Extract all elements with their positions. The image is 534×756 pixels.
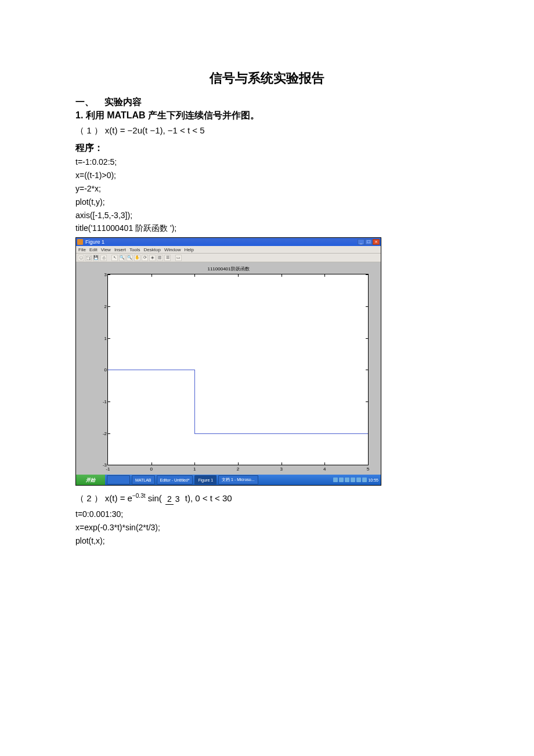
print-icon[interactable]: ⎙ [100, 255, 107, 261]
ytick-mark [366, 306, 368, 307]
taskbar-item-word[interactable]: 文档 1 - Microso... [218, 475, 258, 484]
menu-help[interactable]: Help [184, 247, 193, 252]
rotate-icon[interactable]: ⟳ [142, 255, 148, 261]
tray-icon[interactable] [362, 478, 367, 482]
figure-menubar: File Edit View Insert Tools Desktop Wind… [76, 246, 381, 254]
code-line: x=((t-1)>0); [75, 170, 459, 181]
colorbar-icon[interactable]: ▥ [157, 255, 163, 261]
xtick-mark [194, 274, 195, 277]
eq1-prefix: （ 1 ） [75, 125, 103, 135]
section-heading: 一、 实验内容 [75, 96, 459, 108]
code-line: title('111000401 阶跃函数 '); [75, 223, 459, 234]
ytick-mark [366, 401, 368, 402]
datacursor-icon[interactable]: ◈ [149, 255, 156, 261]
code-line: x=exp(-0.3*t)*sin(2*t/3); [75, 522, 459, 533]
ytick-label: -3 [95, 462, 107, 468]
ytick-mark [366, 274, 368, 275]
zoomout-icon[interactable]: 🔍 [127, 255, 133, 261]
program-label: 程序： [75, 142, 459, 154]
ytick-mark [108, 401, 110, 402]
plot-area: 111000401阶跃函数 3 2 1 0 -1 [78, 265, 378, 473]
ytick-label: 3 [95, 272, 107, 277]
taskbar-item-matlab[interactable]: MATLAB [132, 475, 155, 484]
xtick-label: 4 [323, 466, 326, 472]
xtick-label: -1 [106, 466, 110, 472]
start-button[interactable]: 开始 [76, 475, 105, 485]
menu-edit[interactable]: Edit [89, 247, 98, 252]
ytick-label: 1 [95, 335, 107, 341]
ytick-mark [366, 370, 368, 370]
plot-axes: 3 2 1 0 -1 -2 [107, 274, 369, 465]
tray-icon[interactable] [351, 478, 355, 482]
ytick-label: -2 [95, 431, 107, 436]
matlab-figure-window: Figure 1 _ □ × File Edit View Insert Too… [75, 237, 381, 486]
xtick-mark [324, 274, 325, 277]
tray-clock: 10:55 [368, 478, 378, 482]
equation-1: （ 1 ） x(t) = −2u(t −1), −1 < t < 5 [75, 125, 459, 136]
menu-file[interactable]: File [78, 247, 86, 252]
plot-line [108, 370, 194, 370]
code-line: plot(t,x); [75, 536, 459, 547]
maximize-button[interactable]: □ [365, 239, 372, 245]
xtick-mark [238, 274, 239, 277]
figure-window-title: Figure 1 [85, 239, 104, 245]
document-title: 信号与系统实验报告 [75, 70, 459, 87]
xtick-mark [324, 462, 325, 465]
new-icon[interactable]: ◻ [78, 255, 84, 261]
xtick-mark [238, 462, 239, 465]
tray-icon[interactable] [356, 478, 361, 482]
xtick-mark [194, 462, 195, 465]
plot-line [194, 433, 368, 434]
xtick-mark [282, 274, 282, 277]
xtick-mark [282, 462, 282, 465]
taskbar-item-editor[interactable]: Editor - Untitled* [157, 475, 193, 484]
plot-line [194, 370, 195, 433]
section-num: 一、 [75, 97, 94, 107]
xtick-mark [151, 462, 152, 465]
eq2-prefix: （ 2 ） [75, 493, 103, 503]
document-page: 信号与系统实验报告 一、 实验内容 1. 利用 MATLAB 产生下列连续信号并… [0, 0, 534, 584]
code-line: t=0:0.001:30; [75, 509, 459, 520]
legend-icon[interactable]: ☰ [164, 255, 171, 261]
minimize-button[interactable]: _ [358, 239, 365, 245]
xtick-label: 1 [193, 466, 196, 472]
plot-title: 111000401阶跃函数 [78, 266, 378, 272]
menu-view[interactable]: View [101, 247, 111, 252]
tray-icon[interactable] [333, 478, 338, 482]
tray-icon[interactable] [339, 478, 344, 482]
xtick-label: 2 [237, 466, 239, 472]
menu-insert[interactable]: Insert [114, 247, 126, 252]
close-button[interactable]: × [373, 239, 380, 245]
figure-canvas: 111000401阶跃函数 3 2 1 0 -1 [76, 262, 381, 475]
pan-icon[interactable]: ✋ [134, 255, 140, 261]
taskbar-quicklaunch[interactable] [107, 475, 130, 484]
ytick-mark [366, 338, 368, 339]
task-line: 1. 利用 MATLAB 产生下列连续信号并作图。 [75, 110, 459, 122]
xtick-label: 3 [280, 466, 282, 472]
save-icon[interactable]: 💾 [93, 255, 99, 261]
menu-tools[interactable]: Tools [129, 247, 140, 252]
menu-window[interactable]: Window [164, 247, 181, 252]
ytick-label: 0 [95, 367, 107, 372]
tray-icon[interactable] [345, 478, 349, 482]
xtick-label: 5 [367, 466, 369, 472]
ytick-label: 2 [95, 304, 107, 309]
code-line: axis([-1,5,-3,3]); [75, 210, 459, 221]
menu-desktop[interactable]: Desktop [144, 247, 161, 252]
ytick-mark [108, 433, 110, 434]
system-tray: 10:55 [331, 478, 381, 482]
taskbar-item-figure[interactable]: Figure 1 [194, 475, 217, 484]
code-line: y=-2*x; [75, 183, 459, 194]
xtick-mark [151, 274, 152, 277]
figure-titlebar: Figure 1 _ □ × [76, 238, 381, 246]
ytick-label: -1 [95, 399, 107, 404]
matlab-icon [77, 239, 83, 245]
section-label: 实验内容 [104, 97, 142, 107]
pointer-icon[interactable]: ↖ [111, 255, 118, 261]
ytick-mark [108, 306, 110, 307]
equation-2: （ 2 ） x(t) = e−0.3t sin( 23 t), 0 < t < … [75, 493, 459, 504]
window-buttons: _ □ × [358, 239, 380, 245]
zoomin-icon[interactable]: 🔍 [119, 255, 125, 261]
open-icon[interactable]: ⿹ [85, 255, 92, 261]
hide-tools-icon[interactable]: ▭ [175, 255, 182, 261]
